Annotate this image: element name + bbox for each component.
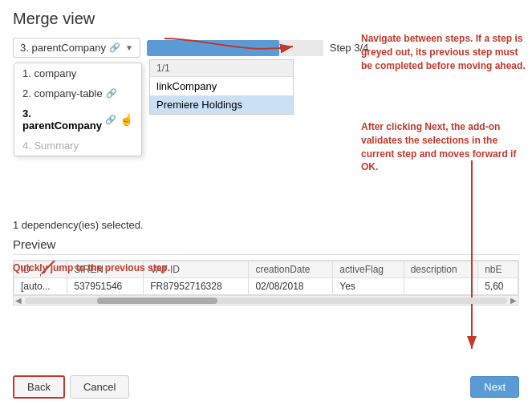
cancel-button[interactable]: Cancel <box>70 375 129 399</box>
inner-table-area: 1/1 linkCompany Premiere Holdings <box>149 59 294 115</box>
dropdown-item-3[interactable]: 3. parentCompany 🔗 ☝ <box>14 103 141 136</box>
annotation-back: Quickly jump to the previous step. <box>13 262 170 273</box>
back-button[interactable]: Back <box>13 375 65 399</box>
dropdown-item-3-label: 3. parentCompany <box>22 107 102 132</box>
inner-table-row-2[interactable]: Premiere Holdings <box>150 95 293 114</box>
dropdown-item-4-label: 4. Summary <box>22 140 79 152</box>
cell-creationdate: 02/08/2018 <box>249 278 333 295</box>
annotation-text-back: Quickly jump to the previous step. <box>13 262 170 273</box>
next-button[interactable]: Next <box>470 376 519 398</box>
horizontal-scrollbar[interactable]: ◀ ▶ <box>13 296 519 306</box>
annotation-text-2: After clicking Next, the add-on validate… <box>361 121 516 172</box>
footer-row: Back Cancel Next <box>13 375 519 399</box>
cursor-icon: ☝ <box>120 113 133 126</box>
col-creationdate: creationDate <box>249 261 333 278</box>
link-icon-2: 🔗 <box>106 88 117 99</box>
table-row: [auto... 537951546 FR87952716328 02/08/2… <box>14 278 518 295</box>
annotation-2: After clicking Next, the add-on validate… <box>361 120 526 174</box>
cell-siren: 537951546 <box>67 278 144 295</box>
col-activeflag: activeFlag <box>333 261 404 278</box>
inner-table-header: 1/1 <box>150 60 293 77</box>
dropdown-item-4: 4. Summary <box>14 136 141 156</box>
dropdown-item-1[interactable]: 1. company <box>14 63 141 83</box>
cell-nbe: 5,60 <box>478 278 518 295</box>
footer-left: Back Cancel <box>13 375 129 399</box>
inner-table-row-1[interactable]: linkCompany <box>150 77 293 95</box>
dropdown-item-2[interactable]: 2. company-table 🔗 <box>14 83 141 103</box>
progress-bar-container <box>147 40 323 56</box>
col-description: description <box>404 261 478 278</box>
dropdown-menu: 1. company 2. company-table 🔗 3. parentC… <box>14 63 142 156</box>
scroll-right-arrow[interactable]: ▶ <box>510 296 517 305</box>
preview-title: Preview <box>13 237 519 255</box>
progress-bar-fill <box>147 40 279 56</box>
annotation-1: Navigate between steps. If a step is gre… <box>361 32 526 72</box>
dropdown-item-2-label: 2. company-table <box>22 87 103 99</box>
dropdown-item-1-label: 1. company <box>22 67 76 79</box>
link-icon-3: 🔗 <box>105 115 116 125</box>
step-dropdown-label: 3. parentCompany <box>20 42 106 54</box>
cell-description <box>404 278 478 295</box>
col-nbe: nbE <box>478 261 518 278</box>
chevron-down-icon: ▼ <box>125 43 133 52</box>
scrollbar-thumb[interactable] <box>97 298 217 304</box>
scroll-left-arrow[interactable]: ◀ <box>15 296 22 305</box>
cell-vatid: FR87952716328 <box>144 278 249 295</box>
page-title: Merge view <box>13 10 519 28</box>
scrollbar-track[interactable] <box>25 298 507 304</box>
cell-id: [auto... <box>14 278 67 295</box>
annotation-text-1: Navigate between steps. If a step is gre… <box>361 33 526 71</box>
link-icon: 🔗 <box>109 43 120 53</box>
step-dropdown-button[interactable]: 3. parentCompany 🔗 ▼ 1. company 2. compa… <box>13 38 140 58</box>
selected-label: 1 dependency(ies) selected. <box>13 219 519 231</box>
page-container: Merge view 3. parentCompany 🔗 ▼ 1. compa… <box>0 0 532 315</box>
cell-activeflag: Yes <box>333 278 404 295</box>
